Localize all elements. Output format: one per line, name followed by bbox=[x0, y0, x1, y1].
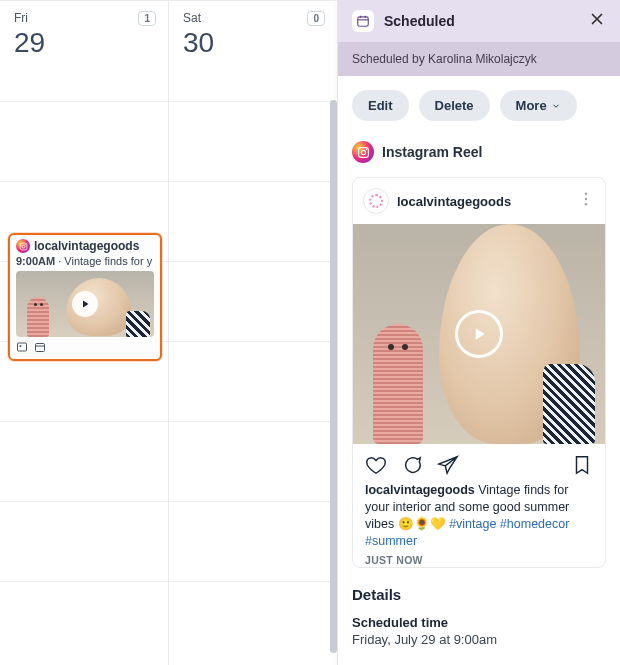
svg-rect-6 bbox=[358, 17, 369, 26]
post-account: localvintagegoods bbox=[397, 194, 511, 209]
hour-grid bbox=[169, 101, 337, 665]
share-icon[interactable] bbox=[437, 454, 459, 476]
post-preview-card: localvintagegoods lo bbox=[352, 177, 606, 568]
scrollbar[interactable] bbox=[330, 100, 337, 653]
svg-point-9 bbox=[365, 148, 366, 149]
svg-point-2 bbox=[25, 243, 26, 244]
post-media[interactable] bbox=[353, 224, 605, 444]
scheduled-time-label: Scheduled time bbox=[352, 615, 606, 630]
edit-button[interactable]: Edit bbox=[352, 90, 409, 121]
post-detail-panel: Scheduled Scheduled by Karolina Mikolajc… bbox=[338, 0, 620, 665]
svg-point-8 bbox=[361, 150, 365, 154]
instagram-icon bbox=[352, 141, 374, 163]
close-button[interactable] bbox=[588, 10, 606, 32]
day-event-count: 1 bbox=[138, 11, 156, 26]
post-timestamp: JUST NOW bbox=[353, 554, 605, 569]
post-options-button[interactable] bbox=[577, 190, 595, 212]
event-summary: 9:00AM · Vintage finds for y bbox=[10, 255, 160, 271]
svg-point-1 bbox=[22, 245, 25, 248]
panel-title: Scheduled bbox=[384, 13, 455, 29]
scheduled-time-value: Friday, July 29 at 9:00am bbox=[352, 632, 606, 647]
calendar-event-card[interactable]: localvintagegoods 9:00AM · Vintage finds… bbox=[8, 233, 162, 361]
post-type-header: Instagram Reel bbox=[338, 135, 620, 169]
calendar-icon bbox=[34, 341, 46, 353]
play-icon bbox=[455, 310, 503, 358]
event-account: localvintagegoods bbox=[34, 239, 139, 253]
svg-point-10 bbox=[585, 193, 587, 195]
details-heading: Details bbox=[352, 586, 606, 603]
day-name: Fri bbox=[14, 11, 154, 25]
instagram-icon bbox=[16, 239, 30, 253]
delete-button[interactable]: Delete bbox=[419, 90, 490, 121]
calendar-area: Fri 29 1 localvintagegoods bbox=[0, 0, 338, 665]
day-column-fri[interactable]: Fri 29 1 localvintagegoods bbox=[0, 0, 169, 665]
svg-rect-5 bbox=[36, 344, 45, 352]
chevron-down-icon bbox=[551, 101, 561, 111]
avatar bbox=[363, 188, 389, 214]
like-icon[interactable] bbox=[365, 454, 387, 476]
calendar-icon bbox=[352, 10, 374, 32]
post-type-label: Instagram Reel bbox=[382, 144, 482, 160]
bookmark-icon[interactable] bbox=[571, 454, 593, 476]
details-section: Details bbox=[338, 568, 620, 607]
day-number: 30 bbox=[183, 27, 323, 59]
svg-point-12 bbox=[585, 203, 587, 205]
hour-grid bbox=[0, 101, 168, 665]
day-event-count: 0 bbox=[307, 11, 325, 26]
image-icon bbox=[16, 341, 28, 353]
day-name: Sat bbox=[183, 11, 323, 25]
svg-rect-3 bbox=[18, 343, 27, 351]
svg-point-4 bbox=[20, 345, 22, 347]
panel-title-bar: Scheduled bbox=[338, 0, 620, 42]
scheduled-by: Scheduled by Karolina Mikolajczyk bbox=[338, 42, 620, 76]
more-button[interactable]: More bbox=[500, 90, 577, 121]
svg-point-11 bbox=[585, 198, 587, 200]
post-caption: localvintagegoods Vintage finds for your… bbox=[353, 482, 605, 554]
play-icon bbox=[72, 291, 98, 317]
event-thumbnail bbox=[16, 271, 154, 337]
day-column-sat[interactable]: Sat 30 0 bbox=[169, 0, 337, 665]
comment-icon[interactable] bbox=[401, 454, 423, 476]
day-number: 29 bbox=[14, 27, 154, 59]
